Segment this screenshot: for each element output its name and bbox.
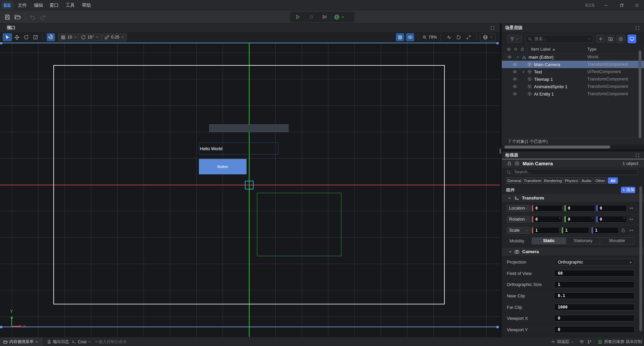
tab-transform[interactable]: Transform	[523, 177, 542, 184]
app-logo[interactable]: ES	[1, 1, 13, 10]
undo-button[interactable]	[29, 13, 36, 20]
zoom-control[interactable]: 79%	[422, 33, 437, 41]
scrollbar-thumb[interactable]	[504, 146, 610, 149]
menu-edit[interactable]: 编辑	[34, 0, 43, 10]
tilemap-object[interactable]	[209, 124, 288, 132]
save-status[interactable]: 所有已保存	[598, 337, 624, 346]
ai-entity-bounds-rect[interactable]	[257, 193, 341, 256]
rotation-y-field[interactable]: 0°	[564, 216, 595, 223]
source-control-branch-button[interactable]	[587, 337, 592, 346]
grid-snap-dropdown[interactable]: 10	[58, 33, 80, 41]
far-clip-field[interactable]: 1000	[554, 304, 635, 310]
location-x-field[interactable]: 0	[532, 205, 562, 212]
window-restore-button[interactable]	[616, 0, 627, 10]
rotation-mode-dropdown[interactable]: Rotation	[507, 216, 530, 223]
eye-icon[interactable]	[513, 62, 517, 67]
mobility-movable[interactable]: Movable	[600, 238, 634, 244]
gizmo-visibility-toggle[interactable]	[406, 33, 414, 41]
inspector-search-input[interactable]	[514, 170, 636, 174]
world-view-dropdown[interactable]	[480, 33, 496, 41]
network-status-icon[interactable]	[579, 337, 584, 346]
tree-row-main-editor[interactable]: main (Editor) World	[502, 53, 644, 61]
tab-general[interactable]: General	[506, 177, 522, 184]
scale-z-field[interactable]: 1	[591, 227, 619, 234]
reset-scale-icon[interactable]	[629, 228, 634, 233]
rotation-x-field[interactable]: 0°	[532, 216, 562, 223]
menu-file[interactable]: 文件	[18, 0, 27, 10]
scale-snap-dropdown[interactable]: 0.25	[102, 33, 127, 41]
snap-toggle-button[interactable]	[47, 33, 55, 41]
chevron-down-icon[interactable]	[587, 37, 591, 41]
reset-view-button[interactable]	[454, 33, 463, 41]
location-y-field[interactable]: 0	[564, 205, 595, 212]
filter-button[interactable]	[507, 35, 522, 43]
field-of-view-field[interactable]: 60	[554, 270, 635, 277]
display-target-button[interactable]	[628, 35, 636, 43]
camera-section-header[interactable]: Camera	[502, 247, 644, 256]
tree-row-animatedsprite[interactable]: AnimatedSprite 1 TransformComponent	[502, 83, 644, 90]
mobility-static[interactable]: Static	[532, 238, 566, 244]
viewport-maximize-icon[interactable]	[490, 25, 495, 30]
add-folder-button[interactable]	[606, 35, 615, 43]
step-frame-button[interactable]	[318, 14, 331, 20]
eye-icon[interactable]	[513, 77, 517, 81]
scale-tool-button[interactable]	[31, 33, 40, 41]
version-control-button[interactable]: 版本控制	[626, 337, 642, 346]
ui-button-object[interactable]: Button	[199, 159, 247, 174]
camera-bound-handle[interactable]	[496, 42, 499, 44]
hierarchy-vertical-scrollbar[interactable]	[639, 50, 641, 138]
chevron-down-icon[interactable]	[516, 55, 520, 59]
scale-lock-icon[interactable]	[621, 228, 626, 233]
fit-view-button[interactable]	[464, 33, 473, 41]
projection-select[interactable]: Orthographic	[554, 259, 635, 266]
menu-tools[interactable]: 工具	[66, 0, 75, 10]
cmd-dropdown[interactable]: Cmd	[72, 337, 91, 346]
window-close-button[interactable]	[631, 0, 643, 10]
scale-y-field[interactable]: 1	[561, 227, 589, 234]
tree-row-ai-entity[interactable]: AI Entity 1 TransformComponent	[502, 90, 644, 98]
visibility-column-icon[interactable]	[506, 47, 511, 52]
window-minimize-button[interactable]	[600, 0, 611, 10]
scale-mode-dropdown[interactable]: Scale	[507, 227, 530, 234]
scale-x-field[interactable]: 1	[532, 227, 559, 234]
trace-dropdown[interactable]: 回追踪	[551, 337, 574, 346]
tree-row-main-camera[interactable]: Main Camera TransformComponent	[502, 61, 644, 68]
eye-icon[interactable]	[507, 55, 512, 59]
rotate-tool-button[interactable]	[21, 33, 31, 41]
redo-button[interactable]	[39, 13, 46, 20]
add-entity-button[interactable]	[596, 35, 605, 43]
tab-physics[interactable]: Physics	[564, 177, 579, 184]
hierarchy-settings-button[interactable]	[616, 35, 625, 43]
tab-rendering[interactable]: Rendering	[543, 177, 563, 184]
reset-location-icon[interactable]	[629, 206, 634, 211]
tab-other[interactable]: Other	[594, 177, 607, 184]
viewport-x-field[interactable]: 0	[554, 315, 635, 322]
grid-visibility-toggle[interactable]	[396, 33, 404, 41]
tree-row-text[interactable]: Text UITextComponent	[502, 68, 644, 75]
lock-open-icon[interactable]	[507, 161, 512, 166]
gear-icon[interactable]	[515, 161, 520, 166]
location-mode-dropdown[interactable]: Location	[507, 205, 530, 212]
menu-help[interactable]: 帮助	[82, 0, 91, 10]
menu-window[interactable]: 窗口	[50, 0, 59, 10]
console-command-input[interactable]: > 输入控制台命令	[95, 337, 127, 346]
chevron-right-icon[interactable]	[522, 70, 525, 74]
tab-audio[interactable]: Audio	[580, 177, 593, 184]
column-type[interactable]: Type	[587, 47, 596, 52]
hierarchy-horizontal-scrollbar[interactable]	[502, 145, 644, 149]
sort-ascending-icon[interactable]	[552, 49, 555, 50]
eye-icon[interactable]	[513, 69, 517, 74]
content-drawer-tab[interactable]: 内容侧滑菜单	[0, 337, 42, 346]
tree-row-tilemap[interactable]: Tilemap 1 TransformComponent	[502, 75, 644, 83]
tab-all[interactable]: All	[608, 177, 618, 184]
viewport-y-field[interactable]: 0	[554, 326, 635, 333]
ui-text-object[interactable]: Hello World	[199, 142, 278, 155]
near-clip-field[interactable]: 0.1	[554, 292, 635, 299]
panel-splitter-handle[interactable]	[499, 149, 501, 154]
stats-toggle-button[interactable]	[445, 33, 453, 41]
lock-column-icon[interactable]	[520, 47, 525, 51]
output-log-button[interactable]: 输出日志	[47, 337, 69, 346]
run-target-dropdown[interactable]	[331, 14, 347, 20]
camera-bound-handle[interactable]	[496, 326, 499, 328]
hierarchy-search-input[interactable]	[534, 37, 585, 41]
